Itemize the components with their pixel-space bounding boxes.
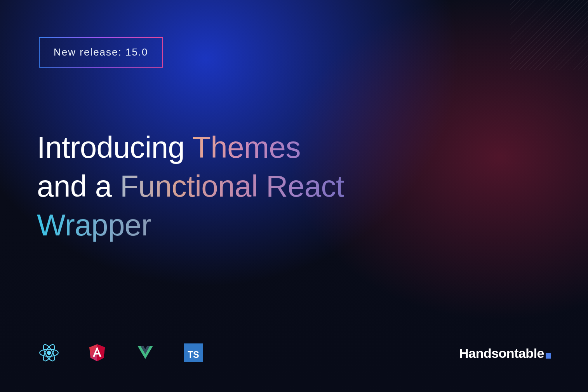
brand-accent-dot <box>546 353 551 359</box>
headline-part-functional-react: Functional React <box>120 169 344 203</box>
headline-part-and: and a <box>37 169 120 203</box>
tech-icons-row: TS <box>39 343 204 363</box>
release-badge-label: New release: 15.0 <box>54 46 148 58</box>
decorative-diagonal-lines <box>510 0 588 70</box>
brand-logo: Handsontable <box>459 346 551 361</box>
angular-icon <box>87 343 107 363</box>
main-headline: Introducing Themes and a Functional Reac… <box>37 128 344 244</box>
brand-text: Handsontable <box>459 346 544 361</box>
headline-part-intro: Introducing <box>37 130 192 164</box>
vue-icon <box>135 343 155 363</box>
release-badge: New release: 15.0 <box>39 37 163 68</box>
headline-part-wrapper: Wrapper <box>37 208 151 242</box>
svg-text:TS: TS <box>188 350 199 360</box>
react-icon <box>39 343 59 363</box>
svg-point-0 <box>47 351 51 355</box>
typescript-icon: TS <box>183 343 204 363</box>
headline-part-themes: Themes <box>192 130 301 164</box>
